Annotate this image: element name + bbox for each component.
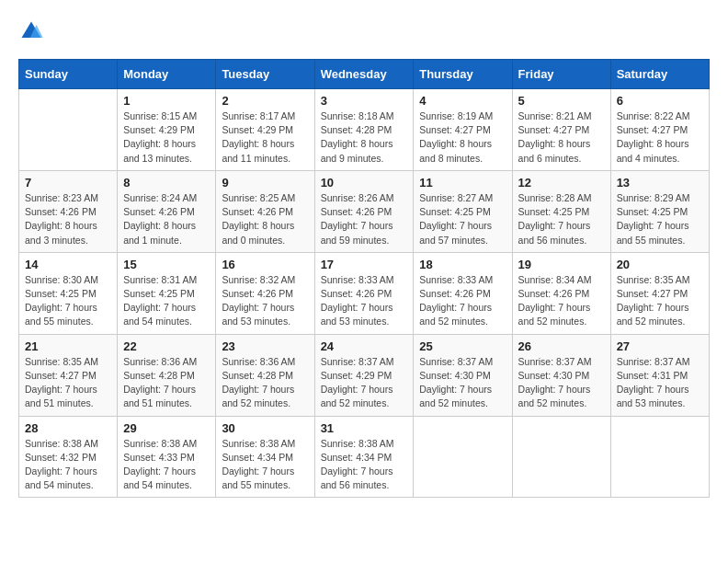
day-number: 1 bbox=[123, 94, 210, 108]
day-cell: 22Sunrise: 8:36 AM Sunset: 4:28 PM Dayli… bbox=[118, 334, 216, 416]
calendar-body: 1Sunrise: 8:15 AM Sunset: 4:29 PM Daylig… bbox=[19, 89, 710, 498]
day-number: 8 bbox=[123, 176, 210, 190]
day-number: 12 bbox=[518, 176, 605, 190]
day-number: 13 bbox=[617, 176, 703, 190]
day-number: 7 bbox=[25, 176, 111, 190]
day-cell: 11Sunrise: 8:27 AM Sunset: 4:25 PM Dayli… bbox=[414, 170, 512, 252]
day-cell bbox=[19, 89, 118, 171]
day-cell: 1Sunrise: 8:15 AM Sunset: 4:29 PM Daylig… bbox=[118, 89, 216, 171]
day-info: Sunrise: 8:37 AM Sunset: 4:30 PM Dayligh… bbox=[419, 355, 506, 411]
day-info: Sunrise: 8:34 AM Sunset: 4:26 PM Dayligh… bbox=[518, 273, 605, 329]
calendar-table: SundayMondayTuesdayWednesdayThursdayFrid… bbox=[18, 59, 710, 498]
day-number: 23 bbox=[222, 339, 308, 353]
day-number: 18 bbox=[419, 258, 506, 271]
day-info: Sunrise: 8:25 AM Sunset: 4:26 PM Dayligh… bbox=[222, 191, 308, 247]
day-number: 25 bbox=[419, 339, 506, 353]
day-info: Sunrise: 8:22 AM Sunset: 4:27 PM Dayligh… bbox=[617, 109, 703, 166]
day-number: 22 bbox=[123, 339, 210, 353]
day-info: Sunrise: 8:17 AM Sunset: 4:29 PM Dayligh… bbox=[222, 109, 308, 166]
header-cell-tuesday: Tuesday bbox=[216, 60, 314, 89]
day-number: 2 bbox=[222, 94, 308, 108]
calendar-header: SundayMondayTuesdayWednesdayThursdayFrid… bbox=[19, 60, 710, 89]
day-cell bbox=[414, 416, 512, 498]
day-cell: 31Sunrise: 8:38 AM Sunset: 4:34 PM Dayli… bbox=[314, 416, 414, 498]
day-cell: 2Sunrise: 8:17 AM Sunset: 4:29 PM Daylig… bbox=[216, 89, 314, 171]
day-number: 4 bbox=[419, 94, 506, 108]
day-cell: 27Sunrise: 8:37 AM Sunset: 4:31 PM Dayli… bbox=[610, 334, 709, 416]
day-cell: 16Sunrise: 8:32 AM Sunset: 4:26 PM Dayli… bbox=[216, 252, 314, 334]
week-row-3: 14Sunrise: 8:30 AM Sunset: 4:25 PM Dayli… bbox=[19, 252, 710, 334]
day-info: Sunrise: 8:35 AM Sunset: 4:27 PM Dayligh… bbox=[25, 355, 111, 411]
day-cell: 19Sunrise: 8:34 AM Sunset: 4:26 PM Dayli… bbox=[512, 252, 610, 334]
day-info: Sunrise: 8:33 AM Sunset: 4:26 PM Dayligh… bbox=[321, 273, 408, 329]
header-row: SundayMondayTuesdayWednesdayThursdayFrid… bbox=[19, 60, 710, 89]
day-info: Sunrise: 8:23 AM Sunset: 4:26 PM Dayligh… bbox=[25, 191, 111, 247]
day-number: 6 bbox=[617, 94, 703, 108]
week-row-4: 21Sunrise: 8:35 AM Sunset: 4:27 PM Dayli… bbox=[19, 334, 710, 416]
day-info: Sunrise: 8:21 AM Sunset: 4:27 PM Dayligh… bbox=[518, 109, 605, 166]
page-header bbox=[18, 18, 710, 44]
day-info: Sunrise: 8:36 AM Sunset: 4:28 PM Dayligh… bbox=[123, 355, 210, 411]
day-number: 30 bbox=[222, 421, 308, 435]
day-cell: 28Sunrise: 8:38 AM Sunset: 4:32 PM Dayli… bbox=[19, 416, 118, 498]
day-number: 20 bbox=[617, 258, 703, 271]
day-info: Sunrise: 8:38 AM Sunset: 4:33 PM Dayligh… bbox=[123, 437, 210, 493]
day-number: 9 bbox=[222, 176, 308, 190]
day-cell: 6Sunrise: 8:22 AM Sunset: 4:27 PM Daylig… bbox=[610, 89, 709, 171]
day-number: 19 bbox=[518, 258, 605, 271]
day-info: Sunrise: 8:30 AM Sunset: 4:25 PM Dayligh… bbox=[25, 273, 111, 329]
day-info: Sunrise: 8:24 AM Sunset: 4:26 PM Dayligh… bbox=[123, 191, 210, 247]
day-number: 10 bbox=[321, 176, 408, 190]
day-number: 11 bbox=[419, 176, 506, 190]
day-number: 26 bbox=[518, 339, 605, 353]
day-cell: 17Sunrise: 8:33 AM Sunset: 4:26 PM Dayli… bbox=[314, 252, 414, 334]
day-number: 29 bbox=[123, 421, 210, 435]
day-cell: 9Sunrise: 8:25 AM Sunset: 4:26 PM Daylig… bbox=[216, 170, 314, 252]
day-number: 3 bbox=[321, 94, 408, 108]
day-cell: 14Sunrise: 8:30 AM Sunset: 4:25 PM Dayli… bbox=[19, 252, 118, 334]
day-number: 24 bbox=[321, 339, 408, 353]
day-number: 15 bbox=[123, 258, 210, 271]
day-cell: 8Sunrise: 8:24 AM Sunset: 4:26 PM Daylig… bbox=[118, 170, 216, 252]
day-info: Sunrise: 8:38 AM Sunset: 4:34 PM Dayligh… bbox=[222, 437, 308, 493]
day-info: Sunrise: 8:18 AM Sunset: 4:28 PM Dayligh… bbox=[321, 109, 408, 166]
day-number: 21 bbox=[25, 339, 111, 353]
day-cell: 3Sunrise: 8:18 AM Sunset: 4:28 PM Daylig… bbox=[314, 89, 414, 171]
header-cell-monday: Monday bbox=[118, 60, 216, 89]
day-cell bbox=[512, 416, 610, 498]
week-row-5: 28Sunrise: 8:38 AM Sunset: 4:32 PM Dayli… bbox=[19, 416, 710, 498]
day-cell: 13Sunrise: 8:29 AM Sunset: 4:25 PM Dayli… bbox=[610, 170, 709, 252]
day-info: Sunrise: 8:37 AM Sunset: 4:30 PM Dayligh… bbox=[518, 355, 605, 411]
day-number: 14 bbox=[25, 258, 111, 271]
day-info: Sunrise: 8:37 AM Sunset: 4:31 PM Dayligh… bbox=[617, 355, 703, 411]
header-cell-wednesday: Wednesday bbox=[314, 60, 414, 89]
logo bbox=[18, 18, 48, 44]
day-cell: 26Sunrise: 8:37 AM Sunset: 4:30 PM Dayli… bbox=[512, 334, 610, 416]
header-cell-thursday: Thursday bbox=[414, 60, 512, 89]
day-info: Sunrise: 8:28 AM Sunset: 4:25 PM Dayligh… bbox=[518, 191, 605, 247]
day-info: Sunrise: 8:32 AM Sunset: 4:26 PM Dayligh… bbox=[222, 273, 308, 329]
day-cell: 7Sunrise: 8:23 AM Sunset: 4:26 PM Daylig… bbox=[19, 170, 118, 252]
day-info: Sunrise: 8:36 AM Sunset: 4:28 PM Dayligh… bbox=[222, 355, 308, 411]
day-info: Sunrise: 8:29 AM Sunset: 4:25 PM Dayligh… bbox=[617, 191, 703, 247]
day-info: Sunrise: 8:26 AM Sunset: 4:26 PM Dayligh… bbox=[321, 191, 408, 247]
day-info: Sunrise: 8:37 AM Sunset: 4:29 PM Dayligh… bbox=[321, 355, 408, 411]
day-cell: 29Sunrise: 8:38 AM Sunset: 4:33 PM Dayli… bbox=[118, 416, 216, 498]
day-cell: 18Sunrise: 8:33 AM Sunset: 4:26 PM Dayli… bbox=[414, 252, 512, 334]
day-number: 5 bbox=[518, 94, 605, 108]
day-number: 31 bbox=[321, 421, 408, 435]
day-number: 17 bbox=[321, 258, 408, 271]
day-info: Sunrise: 8:35 AM Sunset: 4:27 PM Dayligh… bbox=[617, 273, 703, 329]
day-cell: 25Sunrise: 8:37 AM Sunset: 4:30 PM Dayli… bbox=[414, 334, 512, 416]
day-cell: 5Sunrise: 8:21 AM Sunset: 4:27 PM Daylig… bbox=[512, 89, 610, 171]
week-row-1: 1Sunrise: 8:15 AM Sunset: 4:29 PM Daylig… bbox=[19, 89, 710, 171]
day-cell: 10Sunrise: 8:26 AM Sunset: 4:26 PM Dayli… bbox=[314, 170, 414, 252]
day-info: Sunrise: 8:27 AM Sunset: 4:25 PM Dayligh… bbox=[419, 191, 506, 247]
header-cell-sunday: Sunday bbox=[19, 60, 118, 89]
day-info: Sunrise: 8:33 AM Sunset: 4:26 PM Dayligh… bbox=[419, 273, 506, 329]
day-cell: 23Sunrise: 8:36 AM Sunset: 4:28 PM Dayli… bbox=[216, 334, 314, 416]
day-cell: 24Sunrise: 8:37 AM Sunset: 4:29 PM Dayli… bbox=[314, 334, 414, 416]
day-number: 16 bbox=[222, 258, 308, 271]
day-info: Sunrise: 8:38 AM Sunset: 4:32 PM Dayligh… bbox=[25, 437, 111, 493]
day-cell: 12Sunrise: 8:28 AM Sunset: 4:25 PM Dayli… bbox=[512, 170, 610, 252]
